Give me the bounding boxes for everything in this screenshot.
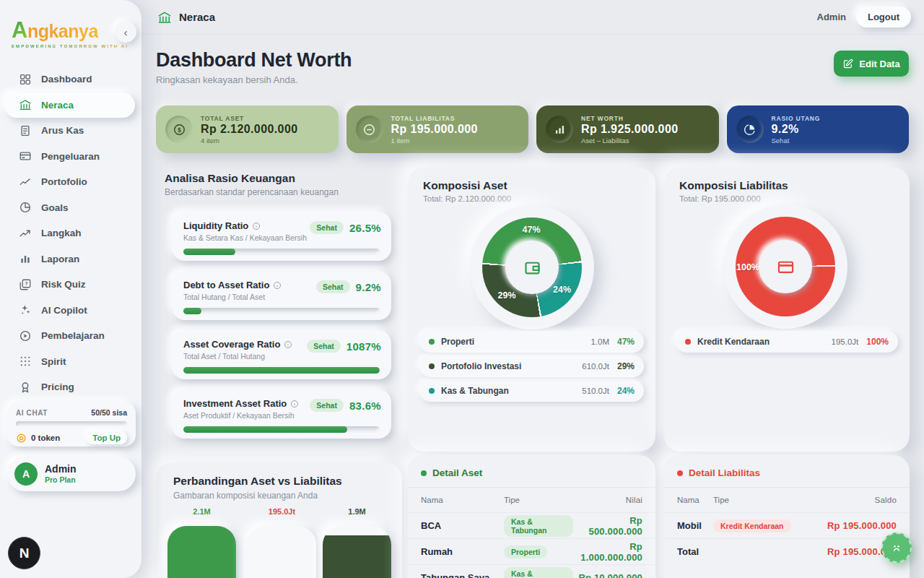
legend-amount: 195.0Jt	[832, 337, 859, 346]
legend-dot	[429, 339, 435, 345]
ratio-section-subtitle: Berdasarkan standar perencanaan keuangan	[165, 187, 401, 197]
feedback-button[interactable]	[881, 532, 912, 563]
donut-slice-label: 29%	[498, 290, 516, 301]
sidebar-item-risk-quiz[interactable]: ? Risk Quiz	[0, 272, 141, 298]
liability-value: Rp 195.000.000	[805, 520, 897, 531]
topup-button[interactable]: Top Up	[86, 431, 127, 444]
ratio-value: 9.2%	[356, 281, 381, 293]
ratio-section: Analisa Rasio Keuangan Berdasarkan stand…	[156, 172, 401, 449]
sidebar-item-ai-copilot[interactable]: AI Copilot	[0, 298, 141, 324]
credit-card-icon	[776, 257, 796, 277]
ratio-value: 83.6%	[349, 400, 381, 412]
info-icon[interactable]	[273, 281, 282, 290]
sidebar-item-goals[interactable]: Goals	[0, 195, 141, 221]
sidebar-nav: Dashboard Neraca Arus Kas Pengeluaran Po…	[0, 66, 141, 400]
bar-group-aset: 2.1M	[167, 507, 236, 578]
logout-button[interactable]: Logout	[856, 7, 911, 27]
komposisi-aset-title: Komposisi Aset	[423, 179, 507, 192]
profile-card[interactable]: A Admin Pro Plan	[7, 457, 136, 491]
sidebar-item-arus-kas[interactable]: Arus Kas	[0, 118, 141, 144]
sidebar-item-laporan[interactable]: Laporan	[0, 246, 141, 272]
table-row: Tabungan Saya Kas & Tabungan Rp 10.000.0…	[408, 564, 655, 578]
stat-card-net-worth: NET WORTH Rp 1.925.000.000 Aset – Liabil…	[536, 105, 719, 153]
profile-name: Admin	[45, 464, 77, 475]
detail-liabilitas-title: Detail Liabilitas	[689, 467, 760, 478]
ratio-progress-fill	[183, 249, 235, 255]
expenses-card-icon	[19, 150, 32, 163]
legend-pct: 29%	[617, 361, 635, 371]
sidebar-item-pengeluaran[interactable]: Pengeluaran	[0, 144, 141, 170]
sidebar-item-dashboard[interactable]: Dashboard	[0, 66, 141, 92]
chevron-left-icon: ‹	[124, 26, 128, 38]
legend-dot	[685, 339, 691, 345]
page-title: Dashboard Net Worth	[156, 49, 352, 72]
bar-track	[248, 526, 316, 578]
detail-liabilitas-header-row: Nama Tipe Saldo	[664, 488, 910, 512]
legend-row-portofolio-investasi: Portofolio Investasi 610.0Jt 29%	[419, 355, 644, 377]
aset-legend: Properti 1.0M 47% Portofolio Investasi 6…	[419, 331, 644, 405]
ai-chat-card: AI CHAT 50/50 sisa 0 token Top Up	[7, 402, 136, 447]
bar-chart-icon	[19, 252, 32, 265]
bank-icon	[19, 98, 32, 111]
ai-chat-title: AI CHAT	[16, 409, 48, 417]
stat-cards-row: $ TOTAL ASET Rp 2.120.000.000 4 item TOT…	[156, 105, 909, 153]
liabilitas-legend: Kredit Kendaraan 195.0Jt 100%	[676, 331, 898, 355]
pie-chart-icon	[736, 116, 764, 143]
bar-track	[323, 526, 391, 578]
bar-group-liabilitas: 195.0Jt	[248, 507, 316, 578]
profile-plan: Pro Plan	[45, 475, 77, 484]
column-header-saldo: Saldo	[805, 496, 897, 504]
asset-value: Rp 1.000.000.000	[573, 541, 642, 563]
logo-rest: ngkanya	[27, 21, 98, 41]
ratio-value: 26.5%	[349, 222, 381, 234]
donut-slice-label: 47%	[523, 225, 541, 235]
sidebar: Angkanya Empowering Tomorrow with AI Das…	[0, 0, 141, 578]
logo-accent: A	[12, 17, 27, 43]
stat-label: TOTAL ASET	[201, 115, 298, 122]
comparison-panel: Perbandingan Aset vs Liabilitas Gambaran…	[156, 462, 402, 578]
total-label: Total	[677, 546, 796, 557]
logo-tagline: Empowering Tomorrow with AI	[12, 44, 141, 48]
sidebar-item-neraca[interactable]: Neraca	[4, 92, 135, 118]
type-badge: Kredit Kendaraan	[713, 519, 791, 532]
ratio-progress-fill	[183, 308, 201, 314]
edit-data-button[interactable]: Edit Data	[834, 51, 909, 77]
detail-aset-panel: Detail Aset Nama Tipe Nilai BCA Kas & Ta…	[408, 455, 655, 578]
dev-badge-button[interactable]: N	[8, 537, 40, 569]
stat-label: RASIO UTANG	[772, 115, 821, 122]
sidebar-collapse-button[interactable]: ‹	[115, 21, 136, 43]
table-row: BCA Kas & Tabungan Rp 500.000.000	[408, 512, 655, 538]
donut-slice-label: 24%	[553, 285, 571, 295]
asset-name: Rumah	[421, 546, 504, 557]
info-icon[interactable]	[252, 222, 261, 230]
portfolio-line-icon	[19, 176, 32, 189]
status-badge: Sehat	[310, 221, 344, 234]
sidebar-item-langkah[interactable]: Langkah	[0, 220, 141, 246]
ratio-name: Debt to Asset Ratio	[183, 280, 269, 290]
ratio-name: Investment Asset Ratio	[183, 398, 287, 409]
asset-value: Rp 10.000.000	[573, 572, 642, 578]
sidebar-item-label: Goals	[41, 202, 69, 213]
quiz-icon: ?	[19, 278, 32, 291]
sad-face-icon	[889, 540, 905, 556]
sidebar-item-spirit[interactable]: Spirit	[0, 349, 141, 375]
ratio-section-title: Analisa Rasio Keuangan	[165, 172, 401, 185]
stat-sub: 4 item	[201, 137, 298, 144]
aset-donut-outer: 47%24%29%	[470, 205, 594, 329]
sidebar-item-label: Langkah	[41, 228, 82, 238]
legend-amount: 610.0Jt	[582, 362, 609, 371]
red-dot-icon	[677, 470, 683, 476]
liabilitas-donut-chart: 100%	[736, 217, 835, 316]
cashflow-document-icon	[19, 124, 32, 137]
sidebar-item-pricing[interactable]: Pricing	[0, 374, 141, 400]
sidebar-item-label: Risk Quiz	[41, 279, 86, 290]
sidebar-item-portofolio[interactable]: Portofolio	[0, 169, 141, 195]
detail-aset-header-row: Nama Tipe Nilai	[408, 488, 655, 512]
bar-track	[167, 526, 236, 578]
edit-data-label: Edit Data	[859, 59, 899, 69]
stat-sub: Sehat	[772, 137, 821, 144]
ratio-card-asset-coverage: Asset Coverage Ratio Total Aset / Total …	[172, 330, 391, 379]
info-icon[interactable]	[284, 340, 292, 349]
info-icon[interactable]	[290, 400, 299, 408]
sidebar-item-pembelajaran[interactable]: Pembelajaran	[0, 323, 141, 349]
